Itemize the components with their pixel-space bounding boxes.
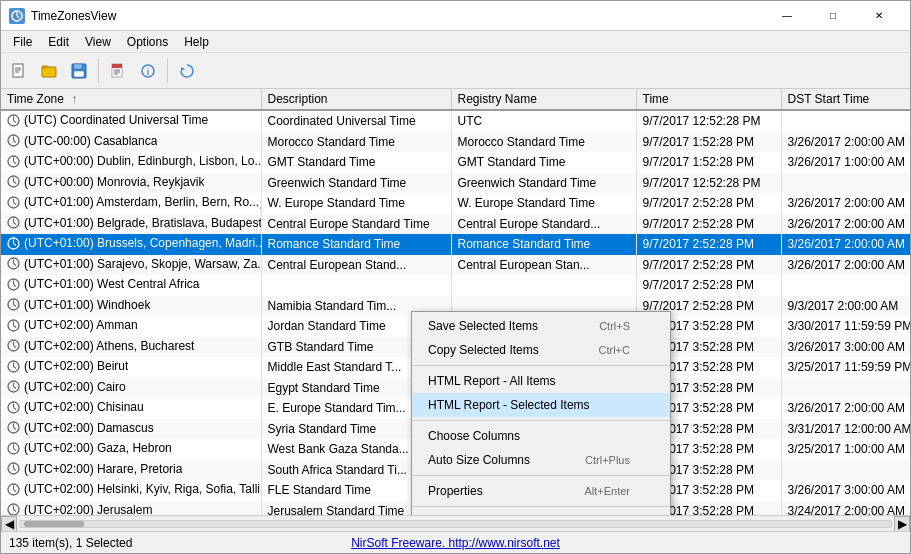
- context-menu-separator: [412, 420, 670, 421]
- menu-view[interactable]: View: [77, 33, 119, 51]
- context-menu-item[interactable]: HTML Report - All Items: [412, 369, 670, 393]
- cell-dst: 3/26/2017 2:00:00 AM: [781, 132, 910, 153]
- cell-dst: 3/26/2017 2:00:00 AM: [781, 234, 910, 255]
- cell-dst: [781, 110, 910, 132]
- svg-line-55: [14, 346, 17, 348]
- scroll-track: [19, 520, 892, 528]
- toolbar-properties[interactable]: i: [134, 57, 162, 85]
- context-menu-item[interactable]: Choose Columns: [412, 424, 670, 448]
- table-row[interactable]: (UTC+01:00) Brussels, Copenhagen, Madri.…: [1, 234, 910, 255]
- svg-line-76: [14, 489, 17, 491]
- menu-bar: File Edit View Options Help: [1, 31, 910, 53]
- context-menu-item[interactable]: Save Selected Items Ctrl+S: [412, 314, 670, 338]
- toolbar-open[interactable]: [35, 57, 63, 85]
- cell-time: 9/7/2017 1:52:28 PM: [636, 132, 781, 153]
- cell-registry: [451, 275, 636, 296]
- context-menu-item[interactable]: HTML Report - Selected Items: [412, 393, 670, 417]
- cell-registry: Central Europe Standard...: [451, 214, 636, 235]
- svg-line-40: [14, 243, 17, 245]
- menu-options[interactable]: Options: [119, 33, 176, 51]
- scroll-thumb[interactable]: [24, 521, 84, 527]
- table-container[interactable]: Time Zone ↑ Description Registry Name Ti…: [1, 89, 910, 515]
- cell-description: Romance Standard Time: [261, 234, 451, 255]
- cell-time: 9/7/2017 2:52:28 PM: [636, 193, 781, 214]
- context-menu-item[interactable]: Auto Size Columns Ctrl+Plus: [412, 448, 670, 472]
- context-menu-shortcut: Ctrl+C: [599, 344, 630, 356]
- minimize-button[interactable]: —: [764, 1, 810, 31]
- col-header-time[interactable]: Time: [636, 89, 781, 110]
- table-row[interactable]: (UTC+01:00) West Central Africa 9/7/2017…: [1, 275, 910, 296]
- context-menu: Save Selected Items Ctrl+S Copy Selected…: [411, 311, 671, 515]
- svg-line-22: [14, 120, 17, 122]
- cell-timezone: (UTC+01:00) West Central Africa: [1, 275, 261, 296]
- cell-timezone: (UTC) Coordinated Universal Time: [1, 110, 261, 132]
- context-menu-item[interactable]: Copy Selected Items Ctrl+C: [412, 338, 670, 362]
- toolbar-separator-1: [98, 59, 99, 83]
- col-header-dst[interactable]: DST Start Time: [781, 89, 910, 110]
- cell-dst: 3/26/2017 2:00:00 AM: [781, 214, 910, 235]
- toolbar-save[interactable]: [65, 57, 93, 85]
- col-header-timezone[interactable]: Time Zone ↑: [1, 89, 261, 110]
- cell-dst: 3/26/2017 3:00:00 AM: [781, 480, 910, 501]
- toolbar-new[interactable]: [5, 57, 33, 85]
- col-header-description[interactable]: Description: [261, 89, 451, 110]
- cell-dst: 3/26/2017 3:00:00 AM: [781, 337, 910, 358]
- context-menu-item[interactable]: Refresh F5: [412, 510, 670, 515]
- cell-description: Coordinated Universal Time: [261, 110, 451, 132]
- context-menu-item-label: HTML Report - Selected Items: [428, 398, 630, 412]
- cell-timezone: (UTC+01:00) Brussels, Copenhagen, Madri.…: [1, 234, 261, 255]
- svg-line-49: [14, 305, 17, 307]
- cell-timezone: (UTC+02:00) Athens, Bucharest: [1, 337, 261, 358]
- context-menu-shortcut: Alt+Enter: [584, 485, 630, 497]
- col-header-registry[interactable]: Registry Name: [451, 89, 636, 110]
- horizontal-scrollbar[interactable]: ◀ ▶: [1, 515, 910, 531]
- cell-dst: 3/26/2017 2:00:00 AM: [781, 255, 910, 276]
- toolbar-html-report[interactable]: [104, 57, 132, 85]
- cell-dst: [781, 173, 910, 194]
- scroll-left-btn[interactable]: ◀: [1, 516, 17, 532]
- menu-help[interactable]: Help: [176, 33, 217, 51]
- svg-text:i: i: [147, 67, 150, 77]
- menu-edit[interactable]: Edit: [40, 33, 77, 51]
- toolbar-refresh[interactable]: [173, 57, 201, 85]
- svg-line-2: [17, 16, 19, 18]
- context-menu-item[interactable]: Properties Alt+Enter: [412, 479, 670, 503]
- cell-time: 9/7/2017 2:52:28 PM: [636, 214, 781, 235]
- cell-timezone: (UTC+02:00) Jerusalem: [1, 501, 261, 516]
- table-row[interactable]: (UTC+00:00) Dublin, Edinburgh, Lisbon, L…: [1, 152, 910, 173]
- cell-description: [261, 275, 451, 296]
- maximize-button[interactable]: □: [810, 1, 856, 31]
- cell-timezone: (UTC+01:00) Amsterdam, Berlin, Bern, Ro.…: [1, 193, 261, 214]
- table-row[interactable]: (UTC) Coordinated Universal Time Coordin…: [1, 110, 910, 132]
- table-row[interactable]: (UTC-00:00) Casablanca Morocco Standard …: [1, 132, 910, 153]
- svg-line-52: [14, 325, 17, 327]
- svg-line-46: [14, 284, 17, 286]
- table-row[interactable]: (UTC+01:00) Sarajevo, Skopje, Warsaw, Za…: [1, 255, 910, 276]
- cell-dst: 3/30/2017 11:59:59 PM: [781, 316, 910, 337]
- svg-rect-13: [112, 64, 122, 68]
- close-button[interactable]: ✕: [856, 1, 902, 31]
- sort-icon: ↑: [71, 92, 77, 106]
- table-row[interactable]: (UTC+01:00) Amsterdam, Berlin, Bern, Ro.…: [1, 193, 910, 214]
- context-menu-item-label: Properties: [428, 484, 564, 498]
- status-bar: 135 item(s), 1 Selected NirSoft Freeware…: [1, 531, 910, 553]
- cell-dst: 3/24/2017 2:00:00 AM: [781, 501, 910, 516]
- cell-timezone: (UTC+00:00) Monrovia, Reykjavik: [1, 173, 261, 194]
- svg-rect-8: [42, 66, 48, 68]
- cell-timezone: (UTC+02:00) Damascus: [1, 419, 261, 440]
- cell-timezone: (UTC+02:00) Beirut: [1, 357, 261, 378]
- main-content: Time Zone ↑ Description Registry Name Ti…: [1, 89, 910, 531]
- menu-file[interactable]: File: [5, 33, 40, 51]
- table-row[interactable]: (UTC+00:00) Monrovia, Reykjavik Greenwic…: [1, 173, 910, 194]
- cell-description: W. Europe Standard Time: [261, 193, 451, 214]
- cell-timezone: (UTC+02:00) Chisinau: [1, 398, 261, 419]
- svg-line-43: [14, 264, 17, 266]
- cell-description: Morocco Standard Time: [261, 132, 451, 153]
- scroll-right-btn[interactable]: ▶: [894, 516, 910, 532]
- cell-timezone: (UTC+02:00) Helsinki, Kyiv, Riga, Sofia,…: [1, 480, 261, 501]
- table-row[interactable]: (UTC+01:00) Belgrade, Bratislava, Budape…: [1, 214, 910, 235]
- status-website-link[interactable]: NirSoft Freeware. http://www.nirsoft.net: [307, 536, 605, 550]
- cell-time: 9/7/2017 12:52:28 PM: [636, 173, 781, 194]
- app-icon: [9, 8, 25, 24]
- title-bar: TimeZonesView — □ ✕: [1, 1, 910, 31]
